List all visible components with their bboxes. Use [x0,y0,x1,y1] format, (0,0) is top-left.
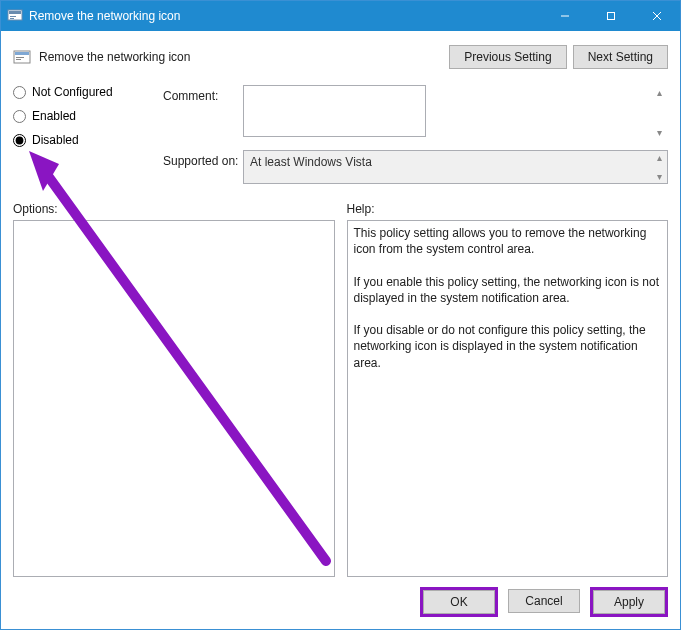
radio-not-configured[interactable]: Not Configured [13,85,153,99]
help-pane: This policy setting allows you to remove… [347,220,669,577]
next-setting-button[interactable]: Next Setting [573,45,668,69]
radio-label: Enabled [32,109,76,123]
svg-rect-10 [16,57,24,58]
comment-input[interactable] [243,85,426,137]
supported-field: Supported on: At least Windows Vista ▴ ▾ [163,150,668,184]
app-icon [7,8,23,24]
options-pane[interactable] [13,220,335,577]
header-row: Remove the networking icon Previous Sett… [13,45,668,69]
radio-enabled[interactable]: Enabled [13,109,153,123]
dialog-buttons: OK Cancel Apply [13,587,668,617]
supported-text: At least Windows Vista [250,155,372,169]
supported-value: At least Windows Vista [243,150,668,184]
radio-disabled[interactable]: Disabled [13,133,153,147]
titlebar: Remove the networking icon [1,1,680,31]
lower-panes: Options: Help: This policy setting allow… [13,202,668,577]
setting-title: Remove the networking icon [39,50,190,64]
svg-rect-1 [9,11,21,14]
radio-enabled-input[interactable] [13,110,26,123]
cancel-slot: Cancel [506,587,582,617]
annotation-highlight-apply: Apply [590,587,668,617]
chevron-down-icon: ▾ [657,127,662,138]
comment-label: Comment: [163,85,243,103]
policy-editor-window: Remove the networking icon [0,0,681,630]
radio-not-configured-input[interactable] [13,86,26,99]
state-radio-group: Not Configured Enabled Disabled [13,85,153,194]
previous-setting-button[interactable]: Previous Setting [449,45,566,69]
close-button[interactable] [634,1,680,31]
config-row: Not Configured Enabled Disabled Comment: [13,85,668,194]
options-label: Options: [13,202,335,216]
svg-rect-11 [16,59,21,60]
minimize-button[interactable] [542,1,588,31]
fields-column: Comment: ▴ ▾ Supported on: At least Wind… [163,85,668,194]
svg-rect-3 [10,18,14,19]
radio-label: Disabled [32,133,79,147]
ok-button[interactable]: OK [423,590,495,614]
chevron-up-icon: ▴ [657,87,662,98]
window-title: Remove the networking icon [29,9,542,23]
supported-label: Supported on: [163,150,243,168]
policy-icon [13,48,31,66]
options-pane-wrap: Options: [13,202,335,577]
help-pane-wrap: Help: This policy setting allows you to … [347,202,669,577]
window-controls [542,1,680,31]
apply-button[interactable]: Apply [593,590,665,614]
help-label: Help: [347,202,669,216]
annotation-highlight-ok: OK [420,587,498,617]
setting-title-wrap: Remove the networking icon [13,48,449,66]
radio-disabled-input[interactable] [13,134,26,147]
nav-buttons: Previous Setting Next Setting [449,45,668,69]
window-body: Remove the networking icon Previous Sett… [1,31,680,629]
svg-rect-2 [10,16,16,17]
svg-rect-5 [608,13,615,20]
cancel-button[interactable]: Cancel [508,589,580,613]
comment-field: Comment: ▴ ▾ [163,85,668,140]
svg-rect-9 [15,52,29,55]
scroll-arrows: ▴ ▾ [652,87,666,138]
maximize-button[interactable] [588,1,634,31]
radio-label: Not Configured [32,85,113,99]
